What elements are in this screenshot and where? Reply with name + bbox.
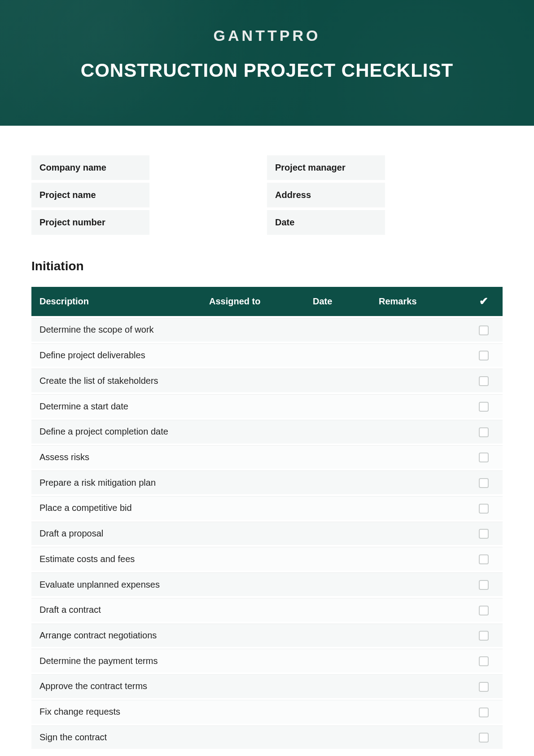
- cell-date[interactable]: [305, 674, 371, 698]
- cell-remarks[interactable]: [371, 343, 465, 367]
- checkbox[interactable]: [479, 554, 489, 564]
- cell-remarks[interactable]: [371, 624, 465, 647]
- meta-value-input[interactable]: [385, 155, 503, 180]
- cell-remarks[interactable]: [371, 445, 465, 469]
- cell-date[interactable]: [305, 598, 371, 622]
- cell-check: [465, 470, 503, 494]
- meta-value-input[interactable]: [149, 210, 267, 235]
- cell-description: Prepare a risk mitigation plan: [31, 470, 201, 494]
- cell-remarks[interactable]: [371, 420, 465, 444]
- cell-remarks[interactable]: [371, 700, 465, 724]
- checkbox[interactable]: [479, 631, 489, 641]
- checklist-row: Estimate costs and fees: [31, 547, 503, 571]
- page-title: CONSTRUCTION PROJECT CHECKLIST: [81, 60, 453, 81]
- cell-date[interactable]: [305, 470, 371, 494]
- checklist-row: Draft a contract: [31, 598, 503, 622]
- checklist-row: Evaluate unplanned expenses: [31, 572, 503, 596]
- cell-assigned-to[interactable]: [201, 445, 305, 469]
- checkbox[interactable]: [479, 708, 489, 717]
- cell-check: [465, 547, 503, 571]
- cell-remarks[interactable]: [371, 598, 465, 622]
- cell-date[interactable]: [305, 343, 371, 367]
- cell-date[interactable]: [305, 496, 371, 520]
- cell-check: [465, 624, 503, 647]
- cell-date[interactable]: [305, 547, 371, 571]
- cell-check: [465, 572, 503, 596]
- cell-assigned-to[interactable]: [201, 547, 305, 571]
- cell-date[interactable]: [305, 420, 371, 444]
- cell-description: Define a project completion date: [31, 420, 201, 444]
- checkbox[interactable]: [479, 656, 489, 666]
- cell-remarks[interactable]: [371, 394, 465, 418]
- cell-date[interactable]: [305, 394, 371, 418]
- checkbox[interactable]: [479, 402, 489, 412]
- content-area: Company nameProject managerProject nameA…: [0, 126, 534, 756]
- cell-assigned-to[interactable]: [201, 674, 305, 698]
- cell-assigned-to[interactable]: [201, 522, 305, 545]
- cell-assigned-to[interactable]: [201, 343, 305, 367]
- cell-remarks[interactable]: [371, 572, 465, 596]
- cell-assigned-to[interactable]: [201, 394, 305, 418]
- meta-value-input[interactable]: [385, 210, 503, 235]
- cell-remarks[interactable]: [371, 522, 465, 545]
- cell-assigned-to[interactable]: [201, 420, 305, 444]
- cell-date[interactable]: [305, 318, 371, 342]
- cell-date[interactable]: [305, 445, 371, 469]
- checkbox[interactable]: [479, 478, 489, 488]
- cell-assigned-to[interactable]: [201, 369, 305, 392]
- checkbox[interactable]: [479, 682, 489, 692]
- checkbox[interactable]: [479, 733, 489, 743]
- checkbox[interactable]: [479, 529, 489, 539]
- checkbox[interactable]: [479, 453, 489, 462]
- cell-check: [465, 725, 503, 749]
- cell-assigned-to[interactable]: [201, 572, 305, 596]
- checkbox[interactable]: [479, 325, 489, 335]
- checkbox[interactable]: [479, 580, 489, 590]
- cell-description: Assess risks: [31, 445, 201, 469]
- meta-value-input[interactable]: [149, 155, 267, 180]
- checkbox[interactable]: [479, 376, 489, 386]
- cell-assigned-to[interactable]: [201, 624, 305, 647]
- col-header-description: Description: [31, 287, 201, 316]
- cell-check: [465, 598, 503, 622]
- cell-date[interactable]: [305, 572, 371, 596]
- checkbox[interactable]: [479, 504, 489, 514]
- cell-assigned-to[interactable]: [201, 470, 305, 494]
- col-header-date: Date: [305, 287, 371, 316]
- cell-date[interactable]: [305, 649, 371, 672]
- checkbox[interactable]: [479, 427, 489, 437]
- cell-date[interactable]: [305, 522, 371, 545]
- cell-remarks[interactable]: [371, 496, 465, 520]
- cell-remarks[interactable]: [371, 318, 465, 342]
- section-title-initiation: Initiation: [31, 259, 503, 273]
- cell-remarks[interactable]: [371, 470, 465, 494]
- cell-assigned-to[interactable]: [201, 318, 305, 342]
- cell-description: Determine the scope of work: [31, 318, 201, 342]
- cell-date[interactable]: [305, 700, 371, 724]
- col-header-assigned-to: Assigned to: [201, 287, 305, 316]
- cell-assigned-to[interactable]: [201, 598, 305, 622]
- checklist-row: Fix change requests: [31, 700, 503, 724]
- meta-value-input[interactable]: [149, 183, 267, 207]
- cell-description: Approve the contract terms: [31, 674, 201, 698]
- cell-check: [465, 674, 503, 698]
- cell-remarks[interactable]: [371, 725, 465, 749]
- hero-banner: GANTTPRO CONSTRUCTION PROJECT CHECKLIST: [0, 0, 534, 126]
- cell-date[interactable]: [305, 725, 371, 749]
- cell-description: Draft a contract: [31, 598, 201, 622]
- checkbox[interactable]: [479, 351, 489, 360]
- cell-assigned-to[interactable]: [201, 700, 305, 724]
- cell-remarks[interactable]: [371, 369, 465, 392]
- cell-date[interactable]: [305, 624, 371, 647]
- cell-assigned-to[interactable]: [201, 496, 305, 520]
- cell-remarks[interactable]: [371, 547, 465, 571]
- cell-assigned-to[interactable]: [201, 725, 305, 749]
- cell-assigned-to[interactable]: [201, 649, 305, 672]
- checkbox[interactable]: [479, 606, 489, 615]
- meta-value-input[interactable]: [385, 183, 503, 207]
- checklist-row: Define project deliverables: [31, 343, 503, 367]
- cell-date[interactable]: [305, 369, 371, 392]
- col-header-remarks: Remarks: [371, 287, 465, 316]
- cell-remarks[interactable]: [371, 649, 465, 672]
- cell-remarks[interactable]: [371, 674, 465, 698]
